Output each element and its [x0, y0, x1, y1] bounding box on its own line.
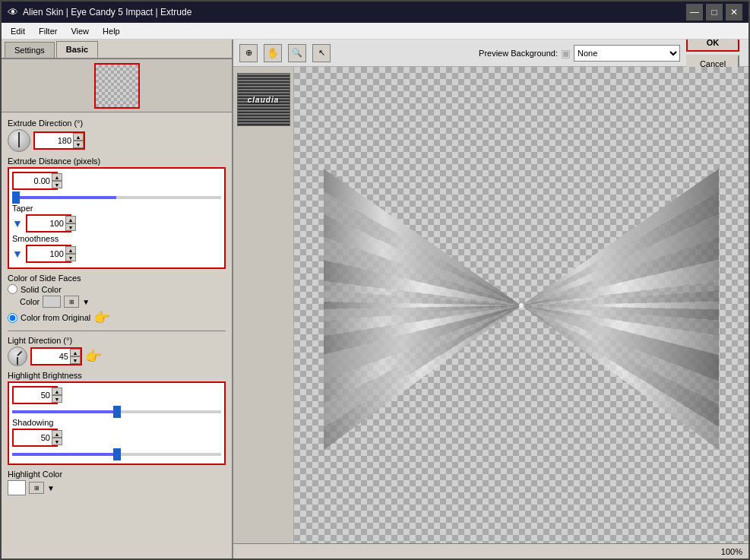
- preview-bg-select[interactable]: None White Black Checkered: [574, 45, 680, 62]
- extrude-direction-spinner[interactable]: ▲ ▼: [33, 131, 85, 150]
- shadowing-row: ▲ ▼: [12, 429, 221, 447]
- taper-label-inline: Taper: [12, 204, 221, 213]
- tool-hand[interactable]: ✋: [264, 44, 282, 62]
- extrude-direction-label: Extrude Direction (°): [8, 119, 226, 128]
- distance-down[interactable]: ▼: [52, 181, 62, 188]
- taper-down[interactable]: ▼: [65, 223, 76, 231]
- color-swatch[interactable]: [43, 296, 61, 308]
- preview-bg-group: Preview Background: ▣ None White Black C…: [479, 45, 680, 62]
- highlight-color-grid[interactable]: ⊞: [29, 482, 44, 494]
- light-direction-dial[interactable]: [8, 346, 27, 366]
- color-dropdown-arrow[interactable]: ▼: [82, 298, 90, 306]
- zoom-level: 100%: [721, 547, 742, 556]
- tab-settings[interactable]: Settings: [5, 42, 55, 58]
- extrude-direction-dial[interactable]: [8, 129, 30, 152]
- smoothness-spinner[interactable]: ▲ ▼: [26, 245, 71, 263]
- light-direction-spinner[interactable]: ▲ ▼: [30, 347, 82, 365]
- extrude-direction-up[interactable]: ▲: [73, 133, 84, 141]
- tool-magnifier[interactable]: ⊕: [239, 44, 258, 62]
- checker-background: [294, 67, 748, 543]
- smoothness-label-inline: Smoothness: [12, 234, 221, 243]
- highlight-brightness-up[interactable]: ▲: [52, 388, 62, 395]
- shadowing-up[interactable]: ▲: [52, 430, 62, 438]
- smoothness-down[interactable]: ▼: [65, 254, 76, 261]
- tool-pointer[interactable]: ↖: [312, 44, 331, 62]
- solid-color-radio[interactable]: [8, 284, 17, 294]
- distance-spinner[interactable]: ▲ ▼: [12, 172, 58, 190]
- left-panel: Settings Basic Extrude Direction (°): [2, 40, 233, 558]
- highlight-color-row: ⊞ ▼: [8, 480, 226, 495]
- ok-button[interactable]: OK: [686, 40, 739, 52]
- app-window: 👁 Alien Skin | Eye Candy 5 Impact | Extr…: [0, 0, 750, 560]
- distance-slider[interactable]: [12, 196, 221, 199]
- main-content: Settings Basic Extrude Direction (°): [2, 40, 748, 558]
- smoothness-text: Smoothness: [12, 234, 59, 243]
- color-from-original-radio[interactable]: [8, 313, 17, 323]
- highlight-params-box: ▲ ▼ Shadowing: [8, 381, 226, 465]
- light-direction-label: Light Direction (°): [8, 336, 226, 345]
- shadowing-label-inline: Shadowing: [12, 418, 221, 427]
- close-button[interactable]: ✕: [726, 4, 742, 21]
- window-title: Alien Skin | Eye Candy 5 Impact | Extrud…: [23, 7, 191, 17]
- shadowing-down[interactable]: ▼: [52, 438, 62, 445]
- extrude-direction-down[interactable]: ▼: [73, 141, 84, 148]
- tool-zoom-in[interactable]: 🔍: [288, 44, 306, 62]
- highlight-brightness-down[interactable]: ▼: [52, 395, 62, 403]
- color-grid-button[interactable]: ⊞: [64, 296, 79, 308]
- light-direction-up[interactable]: ▲: [70, 349, 81, 356]
- tab-basic[interactable]: Basic: [56, 41, 98, 58]
- menu-filter[interactable]: Filter: [33, 25, 63, 37]
- hand-pointer-color: 👉: [93, 309, 110, 326]
- svg-point-30: [519, 303, 524, 308]
- smoothness-up[interactable]: ▲: [65, 246, 76, 254]
- taper-text: Taper: [12, 204, 33, 213]
- preview-bg-label: Preview Background:: [479, 49, 558, 58]
- highlight-color-swatch[interactable]: [8, 480, 26, 495]
- highlight-brightness-label: Highlight Brightness: [8, 371, 226, 380]
- minimize-button[interactable]: —: [686, 4, 703, 21]
- solid-color-option[interactable]: Solid Color: [8, 284, 226, 294]
- taper-up[interactable]: ▲: [65, 216, 76, 223]
- taper-input[interactable]: [27, 216, 65, 231]
- color-text: Color: [20, 297, 40, 306]
- smoothness-row: ▼ ▲ ▼: [12, 245, 221, 263]
- preview-thumbnail: [94, 63, 140, 109]
- maximize-button[interactable]: □: [706, 4, 723, 21]
- claudia-preview: claudia: [237, 73, 290, 126]
- shadowing-input[interactable]: [14, 430, 52, 445]
- highlight-brightness-slider[interactable]: [12, 410, 221, 413]
- extrude-direction-input[interactable]: [35, 133, 73, 148]
- highlight-brightness-spinner[interactable]: ▲ ▼: [12, 386, 58, 404]
- shadowing-slider[interactable]: [12, 453, 221, 456]
- shadowing-text: Shadowing: [12, 418, 53, 427]
- solid-color-label: Solid Color: [21, 285, 62, 294]
- title-bar: 👁 Alien Skin | Eye Candy 5 Impact | Extr…: [2, 2, 748, 23]
- highlight-color-label: Highlight Color: [8, 470, 226, 479]
- light-direction-down[interactable]: ▼: [70, 356, 81, 364]
- distance-input[interactable]: [14, 173, 52, 188]
- color-from-original-option[interactable]: Color from Original 👉: [8, 309, 226, 326]
- menu-view[interactable]: View: [65, 25, 95, 37]
- controls-area: Extrude Direction (°) ▲ ▼: [2, 112, 232, 501]
- shadowing-spinner[interactable]: ▲ ▼: [12, 429, 58, 447]
- highlight-color-dropdown[interactable]: ▼: [47, 484, 55, 492]
- app-icon: 👁: [8, 6, 18, 18]
- light-direction-input[interactable]: [32, 349, 70, 364]
- distance-slider-container: [12, 191, 221, 201]
- smoothness-input[interactable]: [27, 246, 65, 261]
- color-swatch-row: Color ⊞ ▼: [20, 296, 226, 308]
- color-radio-group: Solid Color Color ⊞ ▼ Color from Origina…: [8, 284, 226, 326]
- extrude-effect: [324, 153, 719, 457]
- thumb-checker: [96, 65, 138, 107]
- thumbnail-area: [2, 59, 232, 112]
- extrude-distance-label: Extrude Distance (pixels): [8, 157, 226, 166]
- tab-bar: Settings Basic: [2, 40, 232, 59]
- menu-edit[interactable]: Edit: [5, 25, 31, 37]
- menu-bar: Edit Filter View Help: [2, 23, 748, 40]
- menu-help[interactable]: Help: [97, 25, 126, 37]
- status-bar: 100%: [233, 543, 748, 558]
- distance-up[interactable]: ▲: [52, 173, 62, 181]
- taper-spinner[interactable]: ▲ ▼: [26, 214, 71, 233]
- highlight-brightness-input[interactable]: [14, 388, 52, 403]
- hand-pointer-light: 👉: [85, 348, 102, 365]
